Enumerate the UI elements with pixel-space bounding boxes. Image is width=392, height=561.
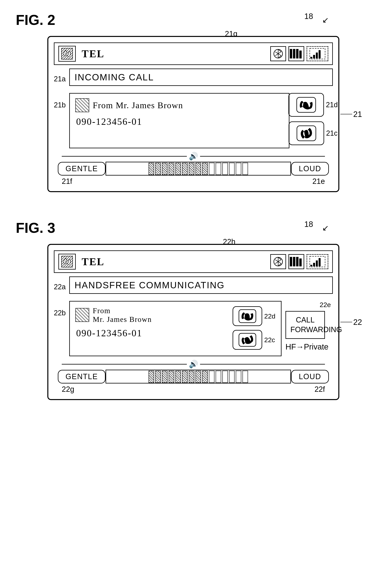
svg-rect-17 — [293, 49, 295, 58]
fig3-answer-btn[interactable] — [233, 306, 262, 326]
fig2-label-row: 21f 21e — [54, 175, 333, 186]
fig3-speaker-icon: 🔊 — [189, 360, 198, 368]
annot-22f: 22f — [314, 385, 325, 394]
annot-21c: 21c — [326, 129, 338, 137]
fig3-vol-bar-8 — [196, 371, 201, 383]
vol-bar-11 — [216, 163, 221, 175]
fig2-wrapper: FIG. 2 18 ↙ 21g 21 — [16, 12, 376, 192]
fig2-screen: 21 — [47, 36, 339, 192]
fig3-signal-svg — [309, 256, 325, 267]
fig2-hatch-icon — [75, 98, 89, 112]
fig2-status-icons — [270, 46, 328, 61]
vol-bar-2 — [155, 163, 161, 175]
annot-21a: 21a — [54, 75, 66, 83]
vol-bar-12 — [222, 163, 228, 175]
fig3-volume-buttons-row: GENTLE LO — [54, 370, 333, 383]
fig3-hf-private: HF→Private — [286, 342, 329, 351]
fig2-gentle-btn[interactable]: GENTLE — [58, 162, 105, 175]
fig2-arrow-18: ↙ — [322, 15, 329, 25]
fig2-main-content: 21b From Mr. James Brown 090-123456-01 — [54, 93, 333, 148]
fig3-vol-bar-1 — [149, 371, 154, 383]
fig2-ref-18: 18 — [304, 12, 313, 21]
svg-rect-49 — [316, 260, 318, 266]
fig3-hangup-icon — [238, 333, 256, 347]
fig3-vol-bar-3 — [162, 371, 167, 383]
svg-rect-47 — [310, 265, 312, 266]
fig3-vol-bar-5 — [175, 371, 181, 383]
fig3-hangup-row: 22c — [233, 330, 275, 350]
vol-bar-13 — [229, 163, 235, 175]
svg-rect-23 — [319, 50, 320, 58]
fig2-answer-btn[interactable] — [289, 93, 324, 117]
fig2-loud-btn[interactable]: LOUD — [291, 162, 329, 175]
fig3-loud-btn[interactable]: LOUD — [291, 370, 329, 383]
annot-22c: 22c — [264, 336, 275, 344]
fig3-caller-box: FromMr. James Brown 090-123456-01 — [69, 301, 281, 356]
fig2-vol-bars — [105, 162, 291, 175]
fig2-vol-line-right — [200, 156, 325, 157]
fig2-volume-section: 🔊 GENTLE — [54, 152, 333, 186]
fig3-vol-bars — [105, 370, 291, 383]
fig3-caller-box-inner: FromMr. James Brown 090-123456-01 — [75, 306, 275, 350]
fig3-volume-section: 🔊 GENTLE — [54, 360, 333, 394]
fig3-vol-bar-11 — [216, 371, 221, 383]
battery-svg — [289, 48, 303, 59]
fig3-status-icons — [270, 254, 328, 269]
fig3-vol-bar-9 — [202, 371, 208, 383]
fig3-battery-svg — [289, 256, 303, 267]
fig2-tel-label: TEL — [82, 48, 266, 60]
vol-bar-5 — [175, 163, 181, 175]
fig2-hangup-btn[interactable] — [289, 121, 324, 145]
annot-22a: 22a — [54, 283, 66, 291]
annot-21: 21 — [353, 110, 362, 119]
vol-bar-6 — [182, 163, 188, 175]
annot-22: 22 — [353, 318, 362, 326]
annot-21f: 21f — [62, 177, 72, 186]
fig3-gentle-btn[interactable]: GENTLE — [58, 370, 105, 383]
fig3-hatch-icon — [75, 308, 89, 322]
fig3-tel-label: TEL — [82, 256, 266, 268]
fig2-caller-name-row: From Mr. James Brown — [75, 98, 283, 112]
svg-rect-46 — [299, 259, 302, 266]
fig3-battery-icon — [289, 254, 304, 269]
annot-21e: 21e — [312, 177, 325, 186]
annot-22-line — [340, 322, 352, 322]
annot-21d: 21d — [326, 101, 338, 109]
fig2-volume-bar-row: 🔊 — [54, 152, 333, 161]
fig3-volume-bar-row: 🔊 — [54, 360, 333, 368]
fig2-side-buttons: 21d 21c — [293, 93, 333, 148]
fig3-signal-icon — [307, 254, 328, 269]
hangup-icon — [297, 125, 316, 141]
fig3-vol-bar-2 — [155, 371, 161, 383]
annot-22b: 22b — [54, 301, 66, 317]
fig2-signal-icon — [307, 46, 328, 61]
fig2-caller-section: 21b From Mr. James Brown 090-123456-01 — [54, 93, 289, 148]
svg-line-32 — [61, 256, 72, 267]
fig3-wrapper: FIG. 3 18 ↙ 22h 22 — [16, 220, 376, 400]
vol-bar-14 — [236, 163, 241, 175]
fig3-caller-section: 22b FromMr. James Brown 090-123456-01 — [54, 301, 281, 356]
annot-21-line — [340, 114, 352, 114]
fig2-status-row: 21a INCOMING CALL — [54, 68, 333, 89]
fig2-speaker-icon: 🔊 — [189, 152, 198, 161]
svg-rect-45 — [296, 257, 299, 266]
fig3-caller-name: FromMr. James Brown — [93, 306, 152, 324]
call-forwarding-text: CALL FORWARDING — [290, 315, 320, 335]
vol-bar-8 — [196, 163, 201, 175]
fig3-right-panel: 22e CALL FORWARDING HF→Private — [286, 301, 333, 356]
svg-rect-22 — [316, 53, 318, 58]
fig3-vol-bar-14 — [236, 371, 241, 383]
fig3-call-forwarding-box[interactable]: CALL FORWARDING — [286, 311, 325, 339]
bluetooth-svg — [273, 48, 283, 60]
vol-bar-1 — [149, 163, 154, 175]
fig3-vol-line-left — [62, 364, 187, 365]
fig2-battery-icon — [289, 46, 304, 61]
fig3-bluetooth-icon — [270, 254, 286, 269]
fig3-caller-number: 090-123456-01 — [76, 328, 228, 338]
annot-22g: 22g — [62, 385, 74, 394]
vol-bar-3 — [162, 163, 167, 175]
vol-bar-7 — [189, 163, 194, 175]
svg-rect-43 — [290, 257, 292, 266]
fig3-vol-bar-7 — [189, 371, 194, 383]
fig3-hangup-btn[interactable] — [233, 330, 262, 350]
